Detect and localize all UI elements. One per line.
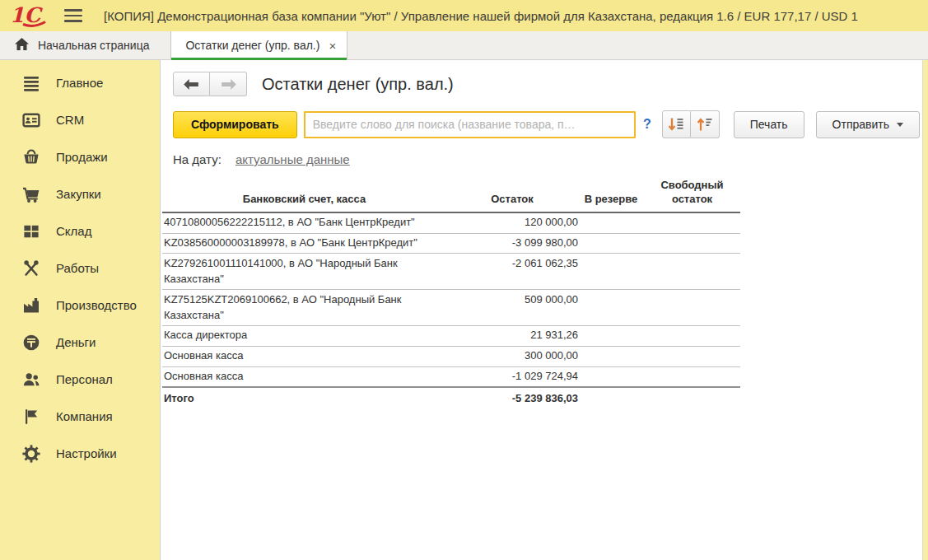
app-window: 1С [КОПИЯ] Демонстрационная база компани… [0,0,928,560]
sidebar-item-label: Склад [56,224,91,238]
topbar: 1С [КОПИЯ] Демонстрационная база компани… [0,0,928,31]
date-link[interactable]: актуальные данные [235,152,350,166]
sidebar-item-label: Деньги [56,335,96,349]
generate-button[interactable]: Сформировать [173,111,297,138]
sort-desc-button[interactable] [662,110,691,138]
balances-table: Банковский счет, кассаОстатокВ резервеСв… [162,177,740,409]
cell-account[interactable]: KZ279261001110141000, в АО "Народный Бан… [162,254,446,290]
tabbar: Начальная страница Остатки денег (упр. в… [0,31,928,60]
gear-icon [21,444,41,464]
cell-account[interactable]: Касса директора [162,325,446,346]
date-row: На дату: актуальные данные [173,152,920,166]
sidebar-item-label: Работы [56,261,99,275]
sidebar-item-settings[interactable]: Настройки [0,435,160,472]
sidebar-item-production[interactable]: Производство [0,287,160,324]
sort-desc-icon [667,115,685,133]
date-label: На дату: [173,152,222,166]
sidebar-item-works[interactable]: Работы [0,250,160,287]
cell-free [644,387,740,408]
sidebar-item-label: Производство [56,298,137,312]
cell-reserve [578,325,644,346]
sidebar-item-label: Закупки [56,187,101,201]
table-row: 40710800056222215112, в АО "Банк ЦентрКр… [162,212,740,233]
header-reserve: В резерве [578,177,644,212]
1c-logo-icon: 1С [10,4,49,27]
sidebar-item-label: Персонал [56,372,113,386]
cell-account[interactable]: Основная касса [162,346,446,366]
sidebar-item-sales[interactable]: Продажи [0,138,160,175]
sidebar-item-crm[interactable]: CRM [0,101,160,138]
cart-icon [21,184,41,204]
sidebar-item-main[interactable]: Главное [0,64,160,101]
forward-button[interactable] [210,72,247,96]
table-row: Основная касса-1 029 724,94 [162,366,740,387]
cell-account[interactable]: 40710800056222215112, в АО "Банк ЦентрКр… [162,212,446,233]
cell-account[interactable]: KZ038560000003189978, в АО "Банк ЦентрКр… [162,233,446,254]
cell-account: Итого [162,387,446,408]
cell-reserve [578,290,644,326]
cell-balance[interactable]: 300 000,00 [446,346,578,366]
app-title: [КОПИЯ] Демонстрационная база компании "… [104,9,928,23]
menu-lines-icon [21,73,41,93]
crm-card-icon [21,110,41,130]
send-button[interactable]: Отправить [816,111,920,138]
help-icon[interactable]: ? [643,117,651,132]
cell-balance[interactable]: 120 000,00 [446,212,578,233]
cell-balance[interactable]: 509 000,00 [446,290,578,326]
sort-asc-button[interactable] [691,110,720,138]
sidebar-item-label: Продажи [56,150,108,164]
cell-free [644,325,740,346]
cell-free [644,366,740,387]
header-free: Свободный остаток [644,177,740,212]
sidebar-item-label: Главное [56,76,103,90]
factory-icon [21,296,41,315]
cell-reserve [578,233,644,254]
tab-home[interactable]: Начальная страница [0,31,171,59]
tenge-coin-icon [21,333,41,352]
cell-account[interactable]: KZ75125KZT2069100662, в АО "Народный Бан… [162,290,446,326]
table-header-row: Банковский счет, кассаОстатокВ резервеСв… [162,177,740,212]
cell-balance[interactable]: -1 029 724,94 [446,366,578,387]
sidebar-item-personnel[interactable]: Персонал [0,361,160,398]
chevron-down-icon [897,123,903,127]
arrow-left-icon [184,79,199,90]
table-row: KZ279261001110141000, в АО "Народный Бан… [162,254,740,290]
cell-reserve [578,212,644,233]
sidebar-item-label: Компания [56,409,113,423]
sidebar: ГлавноеCRMПродажиЗакупкиСкладРаботыПроиз… [0,60,161,560]
cell-reserve [578,346,644,366]
tab-cash-balances-label: Остатки денег (упр. вал.) [185,39,319,52]
tools-icon [21,259,41,278]
flag-icon [21,407,41,427]
main-menu-icon[interactable] [64,9,82,22]
cell-free [644,346,740,366]
sidebar-item-company[interactable]: Компания [0,398,160,435]
cell-balance[interactable]: -2 061 062,35 [446,254,578,290]
search-input[interactable] [304,111,636,138]
sidebar-item-warehouse[interactable]: Склад [0,212,160,250]
cell-free [644,254,740,290]
cell-balance[interactable]: 21 931,26 [446,325,578,346]
sidebar-item-purchases[interactable]: Закупки [0,175,160,212]
print-button[interactable]: Печать [734,111,804,138]
cell-free [644,290,740,326]
report-panel: Остатки денег (упр. вал.) Сформировать ? [161,60,928,560]
cell-balance: -5 239 836,03 [446,387,578,408]
window-edge [922,60,928,560]
sidebar-item-money[interactable]: Деньги [0,324,160,361]
total-row: Итого-5 239 836,03 [162,387,740,408]
cell-free [644,233,740,254]
table-row: KZ75125KZT2069100662, в АО "Народный Бан… [162,290,740,326]
people-icon [21,370,41,390]
header-account: Банковский счет, касса [162,177,446,212]
sidebar-item-label: CRM [56,113,84,127]
home-icon [15,38,29,53]
back-button[interactable] [173,72,210,96]
cell-balance[interactable]: -3 099 980,00 [446,233,578,254]
sidebar-item-label: Настройки [56,446,117,460]
close-icon[interactable]: × [329,40,336,52]
header-balance: Остаток [446,177,578,212]
arrow-right-icon [221,79,236,90]
tab-cash-balances[interactable]: Остатки денег (упр. вал.) × [171,31,347,59]
cell-account[interactable]: Основная касса [162,366,446,387]
